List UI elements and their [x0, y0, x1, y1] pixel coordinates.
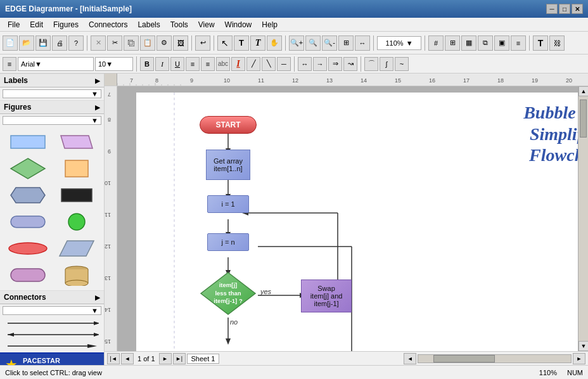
figures-header[interactable]: Figures ▶: [0, 100, 104, 114]
align1-btn[interactable]: ⊞: [445, 35, 460, 51]
open-btn[interactable]: 📂: [19, 35, 34, 51]
arrow-style-btn[interactable]: ↝: [343, 57, 357, 71]
curve1-btn[interactable]: ⌒: [364, 57, 378, 71]
spacing3-btn[interactable]: ⇒: [328, 57, 342, 71]
menu-edit[interactable]: Edit: [25, 19, 48, 30]
arrange-btn[interactable]: ≡: [511, 35, 526, 51]
zoom-reset-btn[interactable]: 🔍: [305, 35, 321, 51]
copy-btn[interactable]: ⿻: [124, 35, 139, 51]
shape-rounded[interactable]: [5, 210, 50, 233]
undo-btn[interactable]: ↩: [195, 35, 210, 51]
shape-skew[interactable]: [54, 237, 99, 260]
scroll-h-track[interactable]: [418, 354, 572, 363]
zoom-dropdown-arrow[interactable]: ▼: [406, 39, 413, 47]
line-slant2-btn[interactable]: ╲: [262, 57, 276, 71]
zoom-display[interactable]: 110% ▼: [377, 36, 421, 50]
labels-header[interactable]: Labels ▶: [0, 74, 104, 87]
align4-btn[interactable]: ▣: [494, 35, 509, 51]
select-btn[interactable]: ↖: [217, 35, 233, 51]
shape-rect[interactable]: [5, 131, 50, 153]
nav-last-btn[interactable]: ►|: [173, 353, 186, 364]
style-btn[interactable]: ≡: [3, 57, 16, 71]
line-slant1-btn[interactable]: ╱: [246, 57, 260, 71]
scroll-left-btn[interactable]: ◄: [404, 353, 416, 364]
shape-parallelogram[interactable]: [54, 131, 99, 153]
shape-square[interactable]: [54, 157, 99, 180]
shape-circle[interactable]: [54, 210, 99, 233]
font-dropdown-arrow[interactable]: ▼: [35, 60, 42, 68]
scroll-down-btn[interactable]: ▼: [578, 341, 588, 351]
scroll-h-thumb[interactable]: [433, 355, 494, 363]
shape-hexagon[interactable]: [5, 184, 50, 207]
new-btn[interactable]: 📄: [3, 35, 18, 51]
menu-tools[interactable]: Tools: [165, 19, 193, 30]
text2-btn[interactable]: T: [250, 35, 265, 51]
format-btn[interactable]: ⚙: [157, 35, 172, 51]
menu-connectors[interactable]: Connectors: [84, 19, 132, 30]
menu-window[interactable]: Window: [220, 19, 257, 30]
shape-cylinder[interactable]: [54, 264, 99, 286]
minimize-btn[interactable]: ─: [546, 4, 558, 14]
scroll-right-btn[interactable]: ►: [573, 353, 585, 364]
paste-btn[interactable]: 📋: [140, 35, 155, 51]
maximize-btn[interactable]: □: [559, 4, 570, 14]
connectors-header[interactable]: Connectors ▶: [0, 290, 104, 304]
nav-first-btn[interactable]: |◄: [107, 353, 120, 364]
size-dropdown-arrow[interactable]: ▼: [106, 60, 113, 68]
line-h-btn[interactable]: ─: [277, 57, 291, 71]
spacing2-btn[interactable]: →: [313, 57, 327, 71]
image-btn[interactable]: 🖼: [173, 35, 188, 51]
curve3-btn[interactable]: ~: [395, 57, 409, 71]
textlarge-btn[interactable]: T: [533, 35, 548, 51]
align-center-btn[interactable]: ≡: [201, 57, 215, 71]
align-left-btn[interactable]: ≡: [186, 57, 200, 71]
zoom-width-btn[interactable]: ↔: [355, 35, 370, 51]
grid-btn[interactable]: #: [428, 35, 444, 51]
shape-diamond[interactable]: [5, 157, 50, 180]
diagram-canvas[interactable]: Bubble SortSimplifiedFlowchart: [117, 86, 578, 351]
cut-btn[interactable]: ✂: [107, 35, 122, 51]
scroll-up-btn[interactable]: ▲: [578, 86, 588, 96]
connector-1[interactable]: [5, 319, 99, 327]
zoom-in-btn[interactable]: 🔍+: [289, 35, 304, 51]
italic-btn[interactable]: I: [155, 57, 169, 71]
scroll-v-thumb[interactable]: [580, 100, 587, 138]
spacing1-btn[interactable]: ↔: [298, 57, 312, 71]
menu-view[interactable]: View: [193, 19, 220, 30]
nav-next-btn[interactable]: ►: [159, 353, 172, 364]
align2-btn[interactable]: ▦: [461, 35, 476, 51]
shape-oval[interactable]: [5, 237, 50, 260]
shape-rect-dark[interactable]: [54, 184, 99, 207]
align3-btn[interactable]: ⧉: [478, 35, 493, 51]
bold-btn[interactable]: B: [140, 57, 154, 71]
scroll-v[interactable]: ▲ ▼: [578, 86, 588, 351]
curve2-btn[interactable]: ∫: [380, 57, 393, 71]
delete-btn[interactable]: ✕: [91, 35, 106, 51]
labels-dropdown[interactable]: ▼: [3, 89, 101, 98]
scroll-v-track[interactable]: [578, 96, 588, 341]
menu-help[interactable]: Help: [257, 19, 283, 30]
menu-file[interactable]: File: [3, 19, 25, 30]
save-btn[interactable]: 💾: [35, 35, 51, 51]
nav-prev-btn[interactable]: ◄: [121, 353, 134, 364]
zoom-fit-btn[interactable]: ⊞: [338, 35, 354, 51]
size-dropdown[interactable]: 10 ▼: [95, 57, 133, 71]
shape-rounded2[interactable]: [5, 264, 50, 286]
font-dropdown[interactable]: Arial ▼: [18, 57, 94, 71]
zoom-out-btn[interactable]: 🔍-: [322, 35, 337, 51]
text-btn[interactable]: T: [234, 35, 249, 51]
help-btn[interactable]: ?: [68, 35, 84, 51]
connector-2[interactable]: [5, 331, 99, 338]
sheet-tab[interactable]: Sheet 1: [187, 354, 220, 364]
menu-figures[interactable]: Figures: [48, 19, 84, 30]
figures-dropdown[interactable]: ▼: [3, 116, 101, 125]
underline-btn[interactable]: U: [170, 57, 184, 71]
close-btn[interactable]: ✕: [572, 4, 583, 14]
chain-btn[interactable]: ⛓: [549, 35, 565, 51]
menu-labels[interactable]: Labels: [132, 19, 165, 30]
connector-3[interactable]: [5, 342, 99, 350]
hand-btn[interactable]: ✋: [267, 35, 282, 51]
print-btn[interactable]: 🖨: [52, 35, 67, 51]
connectors-dropdown[interactable]: ▼: [3, 306, 101, 315]
font-color-btn[interactable]: I: [231, 57, 245, 71]
